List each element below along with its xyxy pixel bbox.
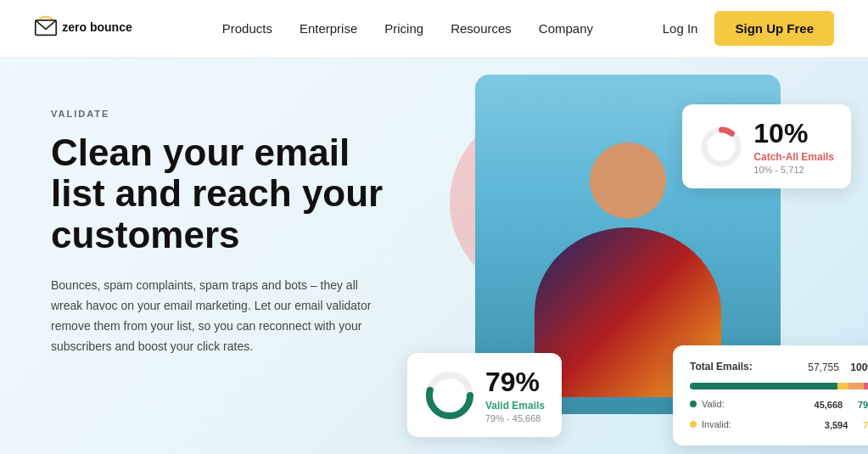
nav-products[interactable]: Products — [222, 21, 272, 36]
card-valid-emails: 79% Valid Emails 79% - 45,668 — [407, 353, 562, 437]
login-button[interactable]: Log In — [663, 21, 698, 36]
donut-chart-small — [699, 125, 743, 169]
main-nav: Products Enterprise Pricing Resources Co… — [222, 21, 593, 36]
valid-sub: 79% - 45,668 — [485, 413, 545, 423]
nav-pricing[interactable]: Pricing — [384, 21, 423, 36]
stat-valid: Valid: 45,668 79% — [690, 396, 868, 412]
logo[interactable]: zero bounce — [34, 12, 153, 46]
valid-percent: 79% — [485, 367, 545, 398]
total-emails-label: Total Emails: — [690, 361, 753, 373]
catch-all-percent: 10% — [753, 118, 834, 149]
card-catch-all: 10% Catch-All Emails 10% - 5,712 — [682, 104, 851, 188]
total-emails-val: 57,755 — [808, 362, 839, 373]
card-stats: Total Emails: 57,755 100% Valid: — [673, 345, 868, 446]
dot-valid — [690, 401, 697, 407]
stat-valid-label: Valid: — [702, 399, 725, 409]
progress-bar — [690, 383, 868, 390]
donut-chart-valid — [424, 370, 475, 421]
person-head — [590, 143, 666, 219]
hero-section: VALIDATE Clean your email list and reach… — [0, 58, 868, 454]
nav-enterprise[interactable]: Enterprise — [300, 21, 357, 36]
pb-unknown — [848, 383, 864, 390]
nav-resources[interactable]: Resources — [451, 21, 512, 36]
pb-valid — [690, 383, 837, 390]
total-emails-pct: 100% — [850, 362, 868, 373]
catch-all-label: Catch-All Emails — [753, 151, 834, 163]
hero-title: Clean your email list and reach your cus… — [51, 132, 390, 255]
svg-text:zero bounce: zero bounce — [62, 20, 132, 34]
hero-description: Bounces, spam complaints, spam traps and… — [51, 276, 390, 356]
header-actions: Log In Sign Up Free — [663, 11, 834, 46]
pb-catchall — [837, 383, 848, 390]
nav-company[interactable]: Company — [539, 21, 593, 36]
dot-invalid — [690, 421, 697, 428]
pb-invalid — [864, 383, 868, 390]
hero-left: VALIDATE Clean your email list and reach… — [0, 58, 424, 454]
catch-all-sub: 10% - 5,712 — [753, 165, 834, 175]
hero-right: 10% Catch-All Emails 10% - 5,712 79% Val… — [424, 58, 868, 454]
stat-valid-val: 45,668 — [815, 400, 843, 410]
valid-label: Valid Emails — [485, 400, 545, 412]
stat-invalid: Invalid: 3,594 7% — [690, 417, 868, 432]
stat-valid-pct: 79% — [858, 400, 868, 410]
header: zero bounce Products Enterprise Pricing … — [0, 0, 868, 58]
stat-invalid-pct: 7% — [863, 420, 868, 430]
signup-button[interactable]: Sign Up Free — [714, 11, 834, 46]
validate-label: VALIDATE — [51, 109, 390, 119]
stat-invalid-label: Invalid: — [702, 419, 731, 429]
stat-invalid-val: 3,594 — [825, 420, 848, 430]
